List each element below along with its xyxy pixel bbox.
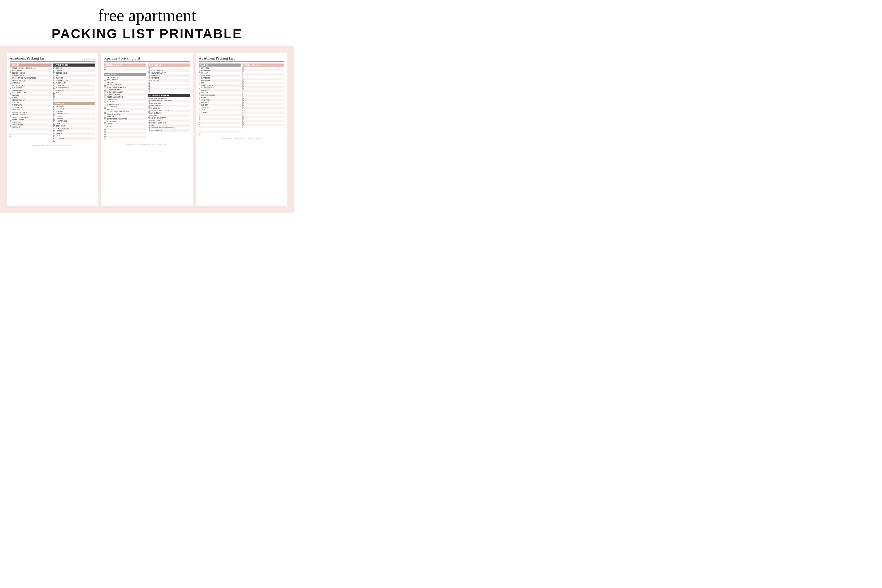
blank-list-item[interactable]: [243, 84, 284, 86]
blank-list-item[interactable]: [243, 92, 284, 94]
blank-list-item[interactable]: [243, 94, 284, 97]
blank-list-item[interactable]: [243, 107, 284, 110]
blank-list-item[interactable]: [10, 135, 51, 137]
checkbox[interactable]: [53, 77, 55, 79]
checkbox[interactable]: [10, 129, 11, 130]
checkbox[interactable]: [148, 90, 150, 92]
checkbox[interactable]: [10, 119, 11, 121]
list-item[interactable]: RUG: [53, 92, 95, 94]
checkbox[interactable]: [243, 88, 244, 90]
checkbox[interactable]: [53, 94, 55, 96]
list-item[interactable]: TOILET PLUNGER: [104, 93, 146, 96]
blank-list-item[interactable]: [243, 110, 284, 111]
checkbox[interactable]: [199, 70, 200, 72]
checkbox[interactable]: [199, 112, 200, 113]
checkbox[interactable]: [10, 109, 11, 111]
list-item[interactable]: DAWN SOAP: [148, 120, 190, 122]
list-item[interactable]: DOWNY WRINKLE RELEASER: [148, 100, 190, 102]
list-item[interactable]: SOAP: [104, 125, 146, 128]
list-item[interactable]: DESK: [53, 123, 95, 125]
checkbox[interactable]: [243, 126, 244, 128]
checkbox[interactable]: [199, 102, 200, 104]
checkbox[interactable]: [243, 122, 244, 124]
checkbox[interactable]: [148, 115, 150, 116]
blank-list-item[interactable]: [243, 99, 284, 101]
checkbox[interactable]: [104, 113, 106, 115]
checkbox[interactable]: [199, 118, 200, 120]
blank-list-item[interactable]: [104, 69, 146, 71]
checkbox[interactable]: [199, 75, 200, 76]
list-item[interactable]: THROW PILLOWS: [53, 87, 95, 89]
blank-list-item[interactable]: [199, 133, 241, 135]
list-item[interactable]: COAT RACK: [199, 99, 241, 101]
checkbox[interactable]: [53, 80, 55, 81]
blank-list-item[interactable]: [148, 82, 190, 84]
checkbox[interactable]: [53, 68, 55, 69]
blank-list-item[interactable]: [243, 69, 284, 71]
checkbox[interactable]: [199, 94, 200, 96]
list-item[interactable]: PILLOWS: [53, 110, 95, 112]
checkbox[interactable]: [104, 106, 106, 108]
list-item[interactable]: BOTTLE OPENER: [10, 84, 51, 87]
blank-list-item[interactable]: [243, 97, 284, 99]
blank-list-item[interactable]: [243, 86, 284, 88]
list-item[interactable]: SPACE HEATER: [199, 84, 241, 87]
checkbox[interactable]: [148, 117, 150, 119]
checkbox[interactable]: [243, 99, 244, 100]
list-item[interactable]: TOOL KIT: [199, 72, 241, 74]
checkbox[interactable]: [148, 108, 150, 109]
checkbox[interactable]: [243, 72, 244, 73]
checkbox[interactable]: [10, 131, 11, 132]
checkbox[interactable]: [104, 82, 106, 83]
checkbox[interactable]: [199, 107, 200, 108]
list-item[interactable]: TOILET PAPER STAND: [104, 96, 146, 98]
blank-list-item[interactable]: [243, 90, 284, 92]
checkbox[interactable]: [104, 108, 106, 110]
list-item[interactable]: STRAIGHTENER: [104, 103, 146, 106]
blank-list-item[interactable]: [199, 116, 241, 118]
checkbox[interactable]: [243, 116, 244, 118]
checkbox[interactable]: [148, 80, 150, 81]
checkbox[interactable]: [243, 112, 244, 113]
checkbox[interactable]: [199, 90, 200, 91]
blank-list-item[interactable]: [243, 82, 284, 84]
checkbox[interactable]: [148, 82, 150, 84]
blank-list-item[interactable]: [243, 88, 284, 90]
checkbox[interactable]: [10, 77, 11, 79]
checkbox[interactable]: [148, 86, 150, 88]
checkbox[interactable]: [104, 136, 106, 138]
checkbox[interactable]: [148, 77, 150, 79]
list-item[interactable]: PAPER TOWEL STAND: [10, 116, 51, 118]
checkbox[interactable]: [10, 70, 11, 72]
blank-list-item[interactable]: [148, 86, 190, 88]
checkbox[interactable]: [10, 72, 11, 74]
list-item[interactable]: KEY HOOK: [199, 67, 241, 69]
checkbox[interactable]: [148, 130, 150, 131]
list-item[interactable]: FLOOR LAMP: [53, 82, 95, 84]
checkbox[interactable]: [104, 128, 106, 130]
blank-list-item[interactable]: [53, 96, 95, 98]
list-item[interactable]: MIXING BOWLS: [10, 74, 51, 76]
list-item[interactable]: CURLING IRON: [104, 106, 146, 108]
blank-list-item[interactable]: [243, 118, 284, 120]
list-item[interactable]: COUCH: [53, 67, 95, 69]
list-item[interactable]: PERFUME: [104, 116, 146, 118]
checkbox[interactable]: [10, 82, 11, 84]
list-item[interactable]: DISHES + BOWLS: [10, 72, 51, 74]
list-item[interactable]: PICTURE FRAMES: [199, 94, 241, 96]
list-item[interactable]: POTS + PANS: [10, 69, 51, 72]
blank-list-item[interactable]: [199, 118, 241, 120]
blank-list-item[interactable]: [243, 71, 284, 74]
checkbox[interactable]: [104, 138, 106, 140]
checkbox[interactable]: [53, 85, 55, 86]
list-item[interactable]: CUPS + MUGS + WINE GLASSES: [10, 77, 51, 79]
checkbox[interactable]: [104, 79, 106, 81]
checkbox[interactable]: [104, 118, 106, 120]
list-item[interactable]: CHAIRS: [53, 69, 95, 72]
list-item[interactable]: DRESSER: [53, 118, 95, 120]
checkbox[interactable]: [148, 105, 150, 107]
list-item[interactable]: MIRROR: [53, 132, 95, 135]
list-item[interactable]: BATH TOWELS: [104, 76, 146, 78]
checkbox[interactable]: [199, 72, 200, 74]
checkbox[interactable]: [199, 120, 200, 122]
